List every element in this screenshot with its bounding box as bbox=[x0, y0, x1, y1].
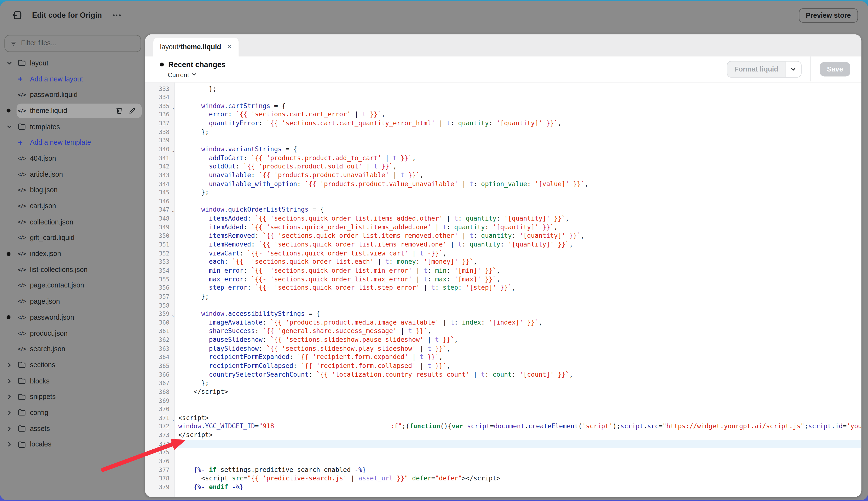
code-line[interactable]: 345 }; bbox=[145, 189, 861, 197]
code-line[interactable]: 372window.YGC_WIDGET_ID="918:f";(functio… bbox=[145, 423, 861, 431]
code-file-icon: </> bbox=[18, 188, 30, 193]
sidebar-item-blocks[interactable]: blocks bbox=[0, 373, 145, 389]
sidebar-item-add-a-new-template[interactable]: +Add a new template bbox=[0, 135, 145, 150]
close-tab-icon[interactable]: ✕ bbox=[227, 43, 232, 51]
more-actions-icon[interactable] bbox=[113, 14, 121, 16]
code-line[interactable]: 373</script> bbox=[145, 431, 861, 440]
sidebar-item-gift-card.liquid[interactable]: </>gift_card.liquid bbox=[0, 230, 145, 246]
code-line[interactable]: 337 quantityError: `{{ 'sections.cart.ca… bbox=[145, 119, 861, 128]
sidebar-item-locales[interactable]: locales bbox=[0, 437, 145, 452]
sidebar-item-index.json[interactable]: </>index.json bbox=[0, 246, 145, 262]
code-line[interactable]: 363 playSlideshow: `{{ 'sections.slidesh… bbox=[145, 344, 861, 353]
code-line[interactable]: 357 }; bbox=[145, 292, 861, 301]
code-line[interactable]: 362 pauseSlideshow: `{{ 'sections.slides… bbox=[145, 336, 861, 344]
sidebar-item-templates[interactable]: templates bbox=[0, 119, 145, 135]
code-file-icon: </> bbox=[18, 235, 26, 241]
code-line[interactable]: 342 soldOut: `{{ 'products.product.sold_… bbox=[145, 162, 861, 171]
filter-files-input[interactable]: Filter files... bbox=[4, 35, 141, 52]
code-line[interactable]: 354 min_error: `{{- 'sections.quick_orde… bbox=[145, 266, 861, 275]
folder-icon bbox=[18, 424, 30, 433]
code-line-content: }; bbox=[174, 379, 861, 388]
code-line-highlighted[interactable]: 374 bbox=[145, 440, 861, 448]
code-line[interactable]: 334 bbox=[145, 93, 861, 102]
code-line[interactable]: 358 bbox=[145, 301, 861, 310]
code-line[interactable]: 352 viewCart: `{{- 'sections.quick_order… bbox=[145, 249, 861, 258]
code-line[interactable]: 365 recipientFormCollapsed: `{{ 'recipie… bbox=[145, 362, 861, 371]
code-line[interactable]: 369 bbox=[145, 396, 861, 405]
sidebar-item-product.json[interactable]: </>product.json bbox=[0, 325, 145, 341]
exit-code-editor-button[interactable] bbox=[10, 8, 24, 22]
code-line[interactable]: 344 unavailable_with_option: `{{ 'produc… bbox=[145, 180, 861, 189]
code-line[interactable]: 371⌄<script> bbox=[145, 414, 861, 423]
code-line[interactable]: 349 itemAdded: `{{ 'sections.quick_order… bbox=[145, 223, 861, 232]
code-line[interactable]: 340⌄ window.variantStrings = { bbox=[145, 145, 861, 154]
file-tree: layout+Add a new layout</>password.liqui… bbox=[0, 55, 145, 452]
chevron-down-icon bbox=[791, 66, 796, 72]
sidebar-item-blog.json[interactable]: </>blog.json bbox=[0, 182, 145, 198]
tab-theme-liquid[interactable]: layout/theme.liquid ✕ bbox=[153, 37, 238, 56]
sidebar-item-cart.json[interactable]: </>cart.json bbox=[0, 198, 145, 214]
save-button[interactable]: Save bbox=[820, 62, 850, 76]
sidebar-item-assets[interactable]: assets bbox=[0, 421, 145, 437]
code-line[interactable]: 348 itemsAdded: `{{ 'sections.quick_orde… bbox=[145, 214, 861, 223]
code-line[interactable]: 376 bbox=[145, 457, 861, 466]
chevron-down-icon bbox=[7, 124, 17, 129]
sidebar-item-add-a-new-layout[interactable]: +Add a new layout bbox=[0, 71, 145, 87]
sidebar-item-search.json[interactable]: </>search.json bbox=[0, 341, 145, 357]
sidebar-item-page.contact.json[interactable]: </>page.contact.json bbox=[0, 278, 145, 294]
code-line[interactable]: 368 </script> bbox=[145, 388, 861, 396]
code-line[interactable]: 347⌄ window.quickOrderListStrings = { bbox=[145, 206, 861, 214]
folder-icon bbox=[18, 393, 26, 401]
code-line[interactable]: 377 {%- if settings.predictive_search_en… bbox=[145, 466, 861, 475]
code-line[interactable]: 366 countrySelectorSearchCount: `{{ 'loc… bbox=[145, 370, 861, 379]
code-line[interactable]: 333 }; bbox=[145, 85, 861, 93]
code-line[interactable]: 353 each: `{{- 'sections.quick_order_lis… bbox=[145, 258, 861, 267]
code-line[interactable]: 355 max_error: `{{- 'sections.quick_orde… bbox=[145, 275, 861, 284]
rename-icon[interactable] bbox=[129, 107, 136, 114]
format-liquid-button[interactable]: Format liquid bbox=[727, 61, 785, 77]
editor-actions: Format liquid Save bbox=[727, 56, 850, 82]
line-number: 358 bbox=[145, 301, 174, 310]
version-dropdown[interactable]: Current bbox=[168, 71, 197, 78]
code-line[interactable]: 370 bbox=[145, 405, 861, 414]
code-line-content: window.accessibilityStrings = { bbox=[174, 310, 861, 319]
code-line[interactable]: 379 {%- endif -%} bbox=[145, 483, 861, 492]
sidebar-item-list-collections.json[interactable]: </>list-collections.json bbox=[0, 262, 145, 278]
code-line-content: quantityError: `{{ 'sections.cart.cart_q… bbox=[174, 119, 861, 128]
code-line[interactable]: 343 unavailable: `{{ 'products.product.u… bbox=[145, 171, 861, 180]
delete-icon[interactable] bbox=[116, 107, 123, 114]
sidebar-item-password.json[interactable]: </>password.json bbox=[0, 310, 145, 326]
code-line[interactable]: 350 itemsRemoved: `{{ 'sections.quick_or… bbox=[145, 232, 861, 241]
preview-store-button[interactable]: Preview store bbox=[799, 8, 858, 22]
sidebar-item-password.liquid[interactable]: </>password.liquid bbox=[0, 87, 145, 103]
sidebar-item-snippets[interactable]: snippets bbox=[0, 389, 145, 405]
code-line[interactable]: 336 error: `{{ 'sections.cart.cart_error… bbox=[145, 110, 861, 119]
code-line[interactable]: 378 <script src="{{ 'predictive-search.j… bbox=[145, 475, 861, 483]
sidebar-item-layout[interactable]: layout bbox=[0, 55, 145, 71]
sidebar-item-404.json[interactable]: </>404.json bbox=[0, 150, 145, 167]
format-liquid-dropdown[interactable] bbox=[785, 61, 801, 77]
code-line[interactable]: 338 }; bbox=[145, 128, 861, 137]
version-dropdown-value: Current bbox=[168, 71, 189, 78]
code-line[interactable]: 356 step_error: `{{- 'sections.quick_ord… bbox=[145, 284, 861, 292]
code-line[interactable]: 351 itemRemoved: `{{ 'sections.quick_ord… bbox=[145, 241, 861, 249]
code-line[interactable]: 360 imageAvailable: `{{ 'products.produc… bbox=[145, 319, 861, 327]
sidebar-item-theme.liquid[interactable]: </>theme.liquid bbox=[0, 103, 145, 119]
sidebar-item-collection.json[interactable]: </>collection.json bbox=[0, 214, 145, 230]
code-line[interactable]: 364 recipientFormExpanded: `{{ 'recipien… bbox=[145, 353, 861, 362]
code-line[interactable]: 361 shareSuccess: `{{ 'general.share.suc… bbox=[145, 327, 861, 336]
line-number: 355 bbox=[145, 275, 174, 284]
file-row: </>password.liquid bbox=[17, 88, 142, 102]
code-area[interactable]: 333 };334335⌄ window.cartStrings = {336 … bbox=[145, 82, 861, 497]
code-line[interactable]: 341 addToCart: `{{ 'products.product.add… bbox=[145, 154, 861, 163]
sidebar-item-page.json[interactable]: </>page.json bbox=[0, 294, 145, 310]
code-line[interactable]: 339 bbox=[145, 137, 861, 145]
sidebar-item-sections[interactable]: sections bbox=[0, 357, 145, 373]
sidebar-item-config[interactable]: config bbox=[0, 405, 145, 421]
sidebar-item-article.json[interactable]: </>article.json bbox=[0, 166, 145, 182]
code-line[interactable]: 359⌄ window.accessibilityStrings = { bbox=[145, 310, 861, 319]
code-line[interactable]: 375 bbox=[145, 448, 861, 457]
code-line[interactable]: 367 }; bbox=[145, 379, 861, 388]
code-line[interactable]: 335⌄ window.cartStrings = { bbox=[145, 102, 861, 110]
code-line[interactable]: 346 bbox=[145, 197, 861, 206]
